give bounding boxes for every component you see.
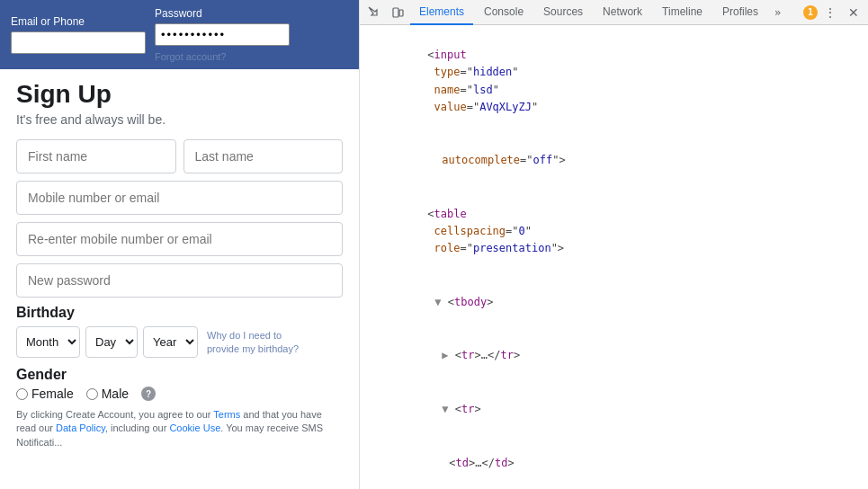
close-icon[interactable]: ✕ (843, 2, 864, 23)
female-label: Female (31, 387, 74, 401)
reenter-row (16, 222, 343, 256)
email-input[interactable] (11, 31, 146, 54)
new-password-row (16, 263, 343, 298)
gender-row: Female Male ? (16, 387, 343, 401)
tab-elements[interactable]: Elements (410, 0, 473, 25)
new-password-input[interactable] (16, 263, 343, 298)
html-line: ▼ <tr> (360, 383, 868, 437)
html-editor: <input type="hidden" name="lsd" value="A… (360, 25, 868, 489)
signup-title: Sign Up (16, 80, 343, 109)
male-label: Male (102, 387, 129, 401)
cookie-use-link[interactable]: Cookie Use (169, 422, 220, 433)
male-option[interactable]: Male (86, 387, 129, 401)
name-row (16, 139, 343, 173)
forgot-account-link[interactable]: Forgot account? (155, 51, 290, 62)
terms-link[interactable]: Terms (213, 409, 240, 420)
devtools-toolbar: Elements Console Sources Network Timelin… (360, 0, 868, 25)
why-birthday-link[interactable]: Why do I need to provide my birthday? (207, 329, 315, 355)
fb-header: Email or Phone Password Forgot account? (0, 0, 359, 69)
inspect-icon[interactable] (363, 2, 385, 23)
mobile-input[interactable] (16, 181, 343, 215)
html-line: ▼ <tbody> (360, 276, 868, 330)
policy-text: By clicking Create Account, you agree to… (16, 408, 343, 449)
female-option[interactable]: Female (16, 387, 74, 401)
html-line: ▶ <tr>…</tr> (360, 329, 868, 383)
fb-email-section: Email or Phone (11, 15, 146, 54)
reenter-mobile-input[interactable] (16, 222, 343, 256)
tab-sources[interactable]: Sources (534, 0, 592, 25)
male-radio[interactable] (86, 388, 98, 400)
gender-label: Gender (16, 367, 343, 383)
facebook-signup-panel: Email or Phone Password Forgot account? … (0, 0, 360, 489)
device-icon[interactable] (387, 2, 408, 23)
first-name-input[interactable] (16, 139, 176, 173)
signup-subtitle: It's free and always will be. (16, 112, 343, 127)
password-input[interactable] (155, 23, 290, 46)
fb-password-section: Password Forgot account? (155, 7, 290, 62)
warning-badge: 1 (803, 5, 818, 20)
password-label: Password (155, 7, 290, 20)
tab-console[interactable]: Console (475, 0, 532, 25)
tab-network[interactable]: Network (594, 0, 651, 25)
birthday-row: Month Day Year Why do I need to provide … (16, 326, 343, 358)
more-tabs-button[interactable]: » (769, 3, 786, 22)
data-policy-link[interactable]: Data Policy (56, 422, 105, 433)
gender-section: Gender Female Male ? (16, 367, 343, 401)
month-select[interactable]: Month (16, 326, 80, 358)
html-line: <input type="hidden" name="lsd" value="A… (360, 29, 868, 134)
last-name-input[interactable] (183, 139, 344, 173)
html-line: <td>…</td> (360, 436, 868, 489)
devtools-panel: Elements Console Sources Network Timelin… (360, 0, 868, 489)
settings-icon[interactable]: ⋮ (819, 2, 841, 23)
signup-section: Sign Up It's free and always will be. Bi… (0, 69, 359, 460)
birthday-label: Birthday (16, 305, 343, 321)
mobile-row (16, 181, 343, 215)
html-line: <table cellspacing="0" role="presentatio… (360, 188, 868, 276)
gender-help-icon[interactable]: ? (141, 387, 156, 401)
female-radio[interactable] (16, 388, 28, 400)
birthday-section: Birthday Month Day Year Why do I need to… (16, 305, 343, 358)
toolbar-right: 1 ⋮ ✕ (803, 2, 864, 23)
tab-timeline[interactable]: Timeline (653, 0, 711, 25)
svg-rect-0 (393, 8, 398, 17)
html-line: autocomplete="off"> (360, 134, 868, 188)
day-select[interactable]: Day (85, 326, 138, 358)
email-label: Email or Phone (11, 15, 146, 28)
svg-rect-1 (399, 10, 403, 16)
year-select[interactable]: Year (143, 326, 198, 358)
tab-profiles[interactable]: Profiles (713, 0, 767, 25)
